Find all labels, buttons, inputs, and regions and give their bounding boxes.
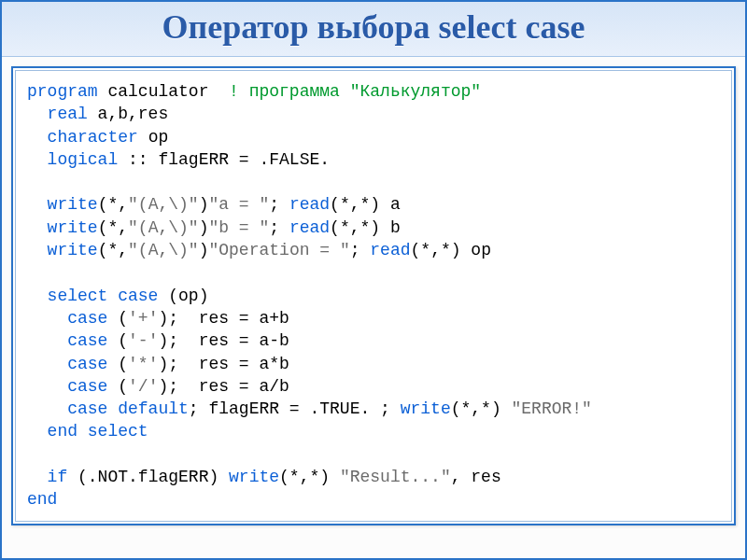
kw-write: write: [401, 399, 451, 418]
string: "a = ": [208, 195, 269, 214]
kw-case-default: case default: [27, 399, 189, 418]
text: ); res = a/b: [158, 377, 289, 396]
kw-write: write: [27, 218, 98, 237]
title-bar: Оператор выбора select case: [2, 2, 745, 57]
text: (: [107, 377, 128, 396]
text: ;: [269, 218, 289, 237]
text: ;: [350, 241, 371, 259]
text: ); res = a+b: [158, 309, 289, 328]
text: (*,*): [279, 468, 340, 486]
kw-select: select case: [27, 287, 158, 305]
kw-case: case: [27, 355, 107, 373]
text: calculator: [98, 82, 229, 101]
string: "Result...": [340, 468, 451, 486]
text: ); res = a-b: [158, 331, 289, 350]
text: (*,: [98, 218, 128, 237]
text: , res: [451, 468, 501, 486]
kw-program: program: [27, 82, 98, 101]
kw-write: write: [27, 241, 98, 259]
string: "Operation = ": [208, 241, 349, 259]
text: ): [199, 241, 209, 259]
text: ;: [269, 195, 289, 214]
text: (.NOT.flagERR): [67, 468, 229, 486]
string: "(A,\)": [128, 241, 199, 259]
text: (*,*) a: [330, 195, 401, 214]
text: (*,*) b: [330, 218, 401, 237]
comment: ! программа "Калькулятор": [229, 82, 481, 101]
text: (op): [158, 287, 208, 305]
text: (: [107, 355, 128, 373]
string: '-': [128, 331, 158, 350]
text: ): [199, 218, 209, 237]
kw-if: if: [27, 468, 67, 486]
text: ); res = a*b: [158, 355, 289, 373]
text: (: [107, 309, 128, 328]
text: ; flagERR = .TRUE. ;: [189, 399, 401, 418]
string: '/': [128, 377, 158, 396]
string: "b = ": [208, 218, 269, 237]
text: op: [138, 128, 168, 147]
slide: Оператор выбора select case program calc…: [0, 0, 747, 560]
string: "ERROR!": [512, 399, 592, 418]
kw-read: read: [370, 241, 410, 259]
string: '+': [128, 309, 158, 328]
kw-end-select: end select: [27, 422, 148, 441]
code-panel: program calculator ! программа "Калькуля…: [11, 66, 736, 525]
text: (*,*): [451, 399, 512, 418]
text: :: flagERR = .FALSE.: [118, 150, 330, 169]
code-inner: program calculator ! программа "Калькуля…: [15, 70, 732, 522]
string: '*': [128, 355, 158, 373]
kw-character: character: [27, 128, 138, 147]
text: (*,*) op: [411, 241, 491, 259]
text: (*,: [98, 241, 128, 259]
kw-logical: logical: [27, 150, 118, 169]
kw-write: write: [229, 468, 279, 486]
kw-case: case: [27, 377, 107, 396]
kw-real: real: [27, 105, 88, 123]
text: ): [199, 195, 209, 214]
string: "(A,\)": [128, 218, 199, 237]
kw-write: write: [27, 195, 98, 214]
kw-case: case: [27, 309, 107, 328]
code-block: program calculator ! программа "Калькуля…: [16, 71, 731, 521]
slide-title: Оператор выбора select case: [13, 7, 734, 47]
string: "(A,\)": [128, 195, 199, 214]
kw-read: read: [289, 195, 330, 214]
text: (: [107, 331, 128, 350]
kw-read: read: [289, 218, 330, 237]
kw-case: case: [27, 331, 107, 350]
text: a,b,res: [88, 105, 168, 123]
text: (*,: [98, 195, 128, 214]
kw-end: end: [27, 490, 57, 509]
